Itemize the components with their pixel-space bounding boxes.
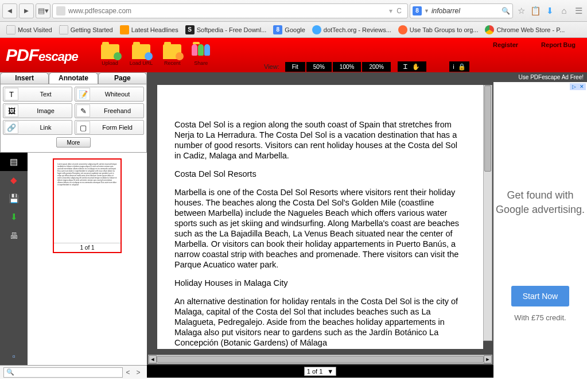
- document-scroll[interactable]: Costa Del Sol is a region along the sout…: [147, 72, 493, 355]
- report-bug-link[interactable]: Report Bug: [541, 41, 576, 48]
- tool-form-field[interactable]: ▢Form Field: [75, 120, 144, 135]
- tool-label: Text: [20, 91, 72, 98]
- find-input[interactable]: 🔍: [3, 367, 123, 378]
- bookmark-item[interactable]: Chrome Web Store - P...: [482, 24, 567, 36]
- bookmarks-dropdown[interactable]: ▤▾: [36, 3, 50, 18]
- document-bottom-bar: 1 of 1▼: [147, 365, 493, 378]
- bookmark-icon: [6, 25, 15, 34]
- bookmark-item[interactable]: Latest Headlines: [117, 24, 181, 36]
- header-tool-label: Upload: [102, 60, 118, 66]
- bookmark-label: Softpedia - Free Downl...: [197, 26, 267, 33]
- zoom-100pct[interactable]: 100%: [333, 62, 361, 72]
- ad-sidebar: Use PDFescape Ad Free! ▷ ✕ Get found wit…: [493, 72, 587, 378]
- star-icon[interactable]: ☆: [515, 5, 527, 17]
- header-tool-share[interactable]: Share: [192, 44, 210, 66]
- download-pdf-icon[interactable]: ⬇: [0, 208, 28, 226]
- home-icon[interactable]: ⌂: [558, 5, 570, 17]
- page-selector[interactable]: 1 of 1▼: [304, 367, 336, 376]
- bookmark-item[interactable]: Use Tab Groups to org...: [395, 24, 481, 36]
- url-text: www.pdfescape.com: [68, 7, 389, 15]
- horizontal-scrollbar[interactable]: ◄ ►: [148, 355, 492, 364]
- dropdown-caret-icon[interactable]: ▾: [389, 7, 392, 15]
- prev-page-button[interactable]: <: [123, 368, 133, 377]
- window-icon[interactable]: ▫: [0, 347, 28, 365]
- search-engine-dropdown[interactable]: ▼: [424, 8, 429, 14]
- ad-cta-button[interactable]: Start Now: [511, 286, 569, 306]
- view-bar: View: Fit50%100%200% Ꮖ ✋ i 🔒: [264, 61, 587, 72]
- scroll-left-button[interactable]: ◄: [149, 355, 157, 363]
- register-link[interactable]: Register: [493, 41, 518, 48]
- info-lock-box[interactable]: i 🔒: [449, 61, 469, 72]
- tab-insert[interactable]: Insert: [0, 72, 49, 84]
- pages-icon[interactable]: ▤: [0, 153, 28, 171]
- site-icon: [56, 6, 65, 15]
- reload-button[interactable]: C: [395, 7, 402, 15]
- text-cursor-icon: Ꮖ: [403, 63, 407, 71]
- bookmark-item[interactable]: Most Visited: [3, 24, 55, 36]
- ad-content[interactable]: ▷ ✕ Get found with Google advertising. S…: [493, 82, 587, 378]
- header-tool-load-url[interactable]: Load URL: [130, 44, 153, 66]
- tool-tabs: InsertAnnotatePage: [0, 72, 147, 84]
- thumbnail-label: 1 of 1: [54, 243, 120, 252]
- save-icon[interactable]: 💾: [0, 189, 28, 208]
- menu-icon[interactable]: ☰: [572, 5, 585, 17]
- folder-icon: [192, 44, 210, 59]
- bookmark-label: Use Tab Groups to org...: [410, 26, 479, 33]
- horizontal-scroll-thumb[interactable]: [157, 356, 484, 363]
- tool-link[interactable]: 🔗Link: [3, 120, 72, 135]
- zoom-200pct[interactable]: 200%: [362, 62, 391, 72]
- pdf-icon[interactable]: ◆: [0, 171, 28, 189]
- clipboard-icon[interactable]: 📋: [529, 5, 542, 17]
- doc-heading: Costa Del Sol Resorts: [174, 169, 466, 179]
- print-icon[interactable]: 🖶: [0, 226, 28, 244]
- next-page-button[interactable]: >: [133, 368, 143, 377]
- header-tool-recent[interactable]: Recent: [163, 44, 181, 66]
- download-icon[interactable]: ⬇: [543, 5, 556, 17]
- vertical-scrollbar[interactable]: [483, 85, 492, 341]
- bookmark-item[interactable]: 8Google: [270, 24, 308, 36]
- tool-whiteout[interactable]: 📝Whiteout: [75, 87, 144, 102]
- tool-text[interactable]: TText: [3, 87, 72, 102]
- search-go-icon[interactable]: 🔍: [502, 7, 510, 15]
- page-thumbnail[interactable]: Lorem ipsum dolor sit amet consectetur a…: [53, 158, 122, 253]
- scroll-right-button[interactable]: ►: [484, 355, 492, 363]
- tool-image[interactable]: 🖼Image: [3, 103, 72, 118]
- ad-close-icon[interactable]: ✕: [578, 83, 586, 90]
- header-tool-upload[interactable]: Upload: [101, 44, 119, 66]
- bookmark-item[interactable]: dotTech.org - Reviews...: [309, 24, 394, 36]
- tab-annotate[interactable]: Annotate: [49, 72, 98, 84]
- bookmark-item[interactable]: Getting Started: [56, 24, 116, 36]
- browser-chrome: ◄ ► ▤▾ www.pdfescape.com ▾ C 8 ▼ infobar…: [0, 0, 587, 22]
- tab-page[interactable]: Page: [98, 72, 147, 84]
- bookmark-label: Most Visited: [18, 26, 52, 33]
- vertical-scroll-thumb[interactable]: [484, 86, 491, 172]
- info-icon: i: [453, 63, 454, 70]
- zoom-fit[interactable]: Fit: [285, 62, 305, 72]
- adchoices-icon[interactable]: ▷: [570, 83, 578, 90]
- search-bar[interactable]: 8 ▼ infobarrel 🔍: [410, 3, 513, 18]
- forward-button[interactable]: ►: [19, 3, 34, 18]
- left-panel: InsertAnnotatePage TText📝Whiteout🖼Image✎…: [0, 72, 147, 378]
- tool-label: Freehand: [91, 107, 143, 114]
- zoom-50pct[interactable]: 50%: [306, 62, 332, 72]
- bookmark-icon: [398, 25, 407, 34]
- tool-freehand[interactable]: ✎Freehand: [75, 103, 144, 118]
- tool-grid: TText📝Whiteout🖼Image✎Freehand🔗Link▢Form …: [0, 84, 147, 153]
- url-bar[interactable]: www.pdfescape.com ▾ C: [52, 3, 408, 18]
- bookmark-item[interactable]: SSoftpedia - Free Downl...: [182, 24, 270, 36]
- main-area: InsertAnnotatePage TText📝Whiteout🖼Image✎…: [0, 72, 587, 378]
- hand-cursor-icon: ✋: [412, 63, 420, 71]
- view-label: View:: [264, 63, 279, 70]
- app-header: PDFescape UploadLoad URLRecentShare Regi…: [0, 38, 587, 72]
- lock-icon: 🔒: [458, 63, 466, 71]
- bookmark-icon: S: [185, 25, 195, 34]
- back-button[interactable]: ◄: [2, 3, 17, 18]
- more-button[interactable]: More: [56, 137, 91, 148]
- logo[interactable]: PDFescape: [6, 45, 78, 65]
- cursor-mode[interactable]: Ꮖ ✋: [398, 61, 426, 72]
- tool-label: Whiteout: [91, 91, 143, 98]
- bookmark-icon: [312, 25, 321, 34]
- ad-free-link[interactable]: Use PDFescape Ad Free!: [493, 72, 587, 82]
- ad-controls: ▷ ✕: [570, 83, 586, 90]
- tool-icon: ✎: [76, 104, 90, 117]
